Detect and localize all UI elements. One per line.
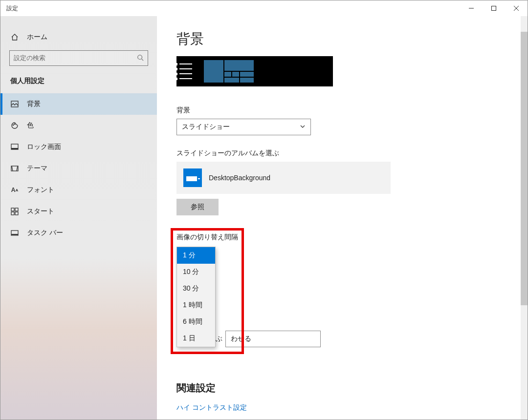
body: ホーム 設定の検索 個人用設定 背景 色 ロック画面: [0, 16, 528, 420]
svg-point-7: [13, 125, 14, 126]
home-button[interactable]: ホーム: [0, 28, 157, 46]
sidebar-item-taskbar[interactable]: タスク バー: [0, 222, 157, 244]
svg-rect-13: [15, 208, 18, 211]
content: 背景 背景 スライドショー スライドショーのアルバムを選ぶ DesktopBac…: [157, 16, 528, 420]
preview-tiles: [204, 60, 254, 83]
album-box[interactable]: DesktopBackground: [176, 162, 391, 194]
sidebar-item-label: ロック画面: [27, 143, 61, 151]
folder-icon: [183, 168, 202, 187]
link-high-contrast[interactable]: ハイ コントラスト設定: [176, 403, 508, 412]
svg-line-5: [142, 59, 144, 61]
chevron-down-icon: [300, 123, 306, 131]
taskbar-icon: [10, 229, 19, 237]
svg-point-4: [138, 55, 142, 59]
sidebar-item-themes[interactable]: テーマ: [0, 158, 157, 179]
search-icon: [137, 54, 144, 63]
font-icon: AA: [10, 186, 19, 194]
close-button[interactable]: [505, 0, 528, 16]
palette-icon: [10, 121, 19, 130]
background-combo[interactable]: スライドショー: [176, 119, 311, 135]
search-placeholder: 設定の検索: [14, 54, 45, 63]
background-label: 背景: [176, 106, 508, 115]
interval-option-30min[interactable]: 30 分: [177, 280, 215, 297]
preview-list: [179, 63, 192, 79]
maximize-button[interactable]: [483, 0, 505, 16]
sidebar-item-fonts[interactable]: AA フォント: [0, 179, 157, 201]
titlebar: 設定: [0, 0, 528, 16]
sidebar-item-label: 色: [27, 121, 34, 130]
interval-option-1hour[interactable]: 1 時間: [177, 297, 215, 314]
desktop-preview: [176, 56, 333, 86]
browse-button[interactable]: 参照: [176, 199, 219, 215]
window-title: 設定: [0, 4, 18, 13]
page-title: 背景: [176, 30, 508, 48]
interval-option-1day[interactable]: 1 日: [177, 330, 215, 347]
interval-label: 画像の切り替え間隔: [176, 229, 508, 242]
svg-rect-15: [15, 212, 18, 215]
background-combo-value: スライドショー: [182, 123, 230, 131]
svg-rect-14: [11, 212, 14, 215]
search-input[interactable]: 設定の検索: [9, 50, 148, 66]
related-title: 関連設定: [176, 381, 508, 395]
sidebar-item-label: スタート: [27, 207, 54, 216]
album-name: DesktopBackground: [209, 174, 270, 182]
sidebar-item-lockscreen[interactable]: ロック画面: [0, 136, 157, 158]
settings-window: 設定 ホーム 設定の検索 個人用設定 背景: [0, 0, 528, 420]
sidebar-item-label: フォント: [27, 186, 54, 194]
interval-option-10min[interactable]: 10 分: [177, 264, 215, 280]
home-icon: [10, 33, 19, 42]
svg-rect-1: [492, 6, 496, 11]
start-icon: [10, 207, 19, 216]
sidebar-item-label: 背景: [27, 100, 41, 108]
sidebar-item-colors[interactable]: 色: [0, 115, 157, 136]
theme-icon: [10, 164, 19, 173]
svg-point-8: [14, 124, 15, 125]
scrollbar-thumb[interactable]: [521, 32, 528, 305]
sidebar-item-start[interactable]: スタート: [0, 201, 157, 222]
interval-option-1min[interactable]: 1 分: [177, 247, 215, 264]
sidebar-item-label: タスク バー: [27, 229, 63, 237]
sidebar-item-background[interactable]: 背景: [0, 93, 157, 115]
svg-rect-10: [11, 148, 18, 149]
album-label: スライドショーのアルバムを選ぶ: [176, 149, 508, 158]
window-controls: [460, 0, 528, 16]
svg-rect-12: [11, 208, 14, 211]
picture-icon: [10, 100, 19, 108]
interval-option-6hour[interactable]: 6 時間: [177, 314, 215, 330]
home-label: ホーム: [27, 33, 47, 42]
lockscreen-icon: [10, 143, 19, 151]
section-title: 個人用設定: [0, 75, 157, 93]
search-wrap: 設定の検索: [9, 50, 148, 66]
interval-dropdown[interactable]: 1 分 10 分 30 分 1 時間 6 時間 1 日: [176, 247, 216, 347]
minimize-button[interactable]: [460, 0, 483, 16]
sidebar-item-label: テーマ: [27, 164, 47, 173]
scrollbar[interactable]: [521, 16, 528, 420]
sidebar: ホーム 設定の検索 個人用設定 背景 色 ロック画面: [0, 16, 157, 420]
